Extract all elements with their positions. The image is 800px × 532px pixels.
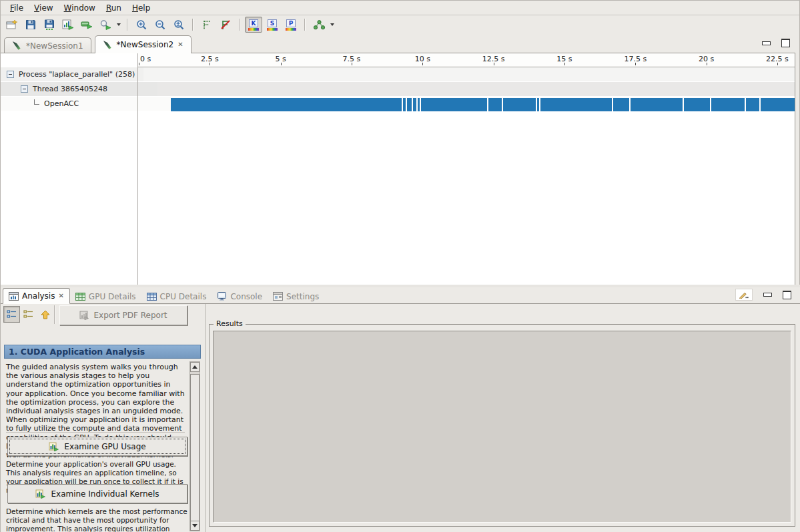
openacc-activity-segment[interactable] [631,98,683,111]
minimize-icon[interactable] [763,293,772,297]
topology-icon[interactable] [310,17,328,33]
openacc-activity-segment[interactable] [418,98,420,111]
openacc-activity-segment[interactable] [138,98,402,111]
collapse-expander-icon[interactable] [7,71,14,78]
examine-gpu-usage-button[interactable]: Examine GPU Usage [7,437,187,456]
timeline-view: 0 s2.5 s5 s7.5 s10 s12.5 s15 s17.5 s20 s… [1,53,795,285]
tree-row-openacc[interactable]: OpenACC [1,97,171,111]
openacc-activity-segment[interactable] [540,98,612,111]
scroll-up-button[interactable] [190,362,199,372]
tab-console[interactable]: Console [212,289,268,303]
process-view-icon: P [285,19,297,31]
analysis-toolbar-separator [54,305,55,324]
menu-item-window[interactable]: Window [59,2,101,14]
tab-cpu-details[interactable]: CPU Details [141,289,212,303]
session-tab-newsession2[interactable]: *NewSession2 ✕ [95,35,191,53]
maximize-icon[interactable] [783,291,791,299]
tab-settings[interactable]: Settings [268,289,324,303]
openacc-activity-segment[interactable] [503,98,536,111]
tab-label: Analysis [22,291,55,301]
bottom-panel: Analysis ✕ GPU Details CPU Details Conso… [1,287,800,532]
save-icon[interactable] [22,17,39,33]
openacc-activity-segment[interactable] [761,98,795,111]
analysis-pane: Export PDF Report 1. CUDA Application An… [1,304,206,532]
openacc-activity-segment[interactable] [711,98,745,111]
tree-timeline-divider[interactable] [137,53,138,285]
results-label: Results [214,319,246,328]
promote-icon[interactable] [37,306,53,323]
topology-dropdown-caret[interactable] [330,23,334,26]
tree-row-thread[interactable]: Thread 3865405248 [1,82,157,97]
openacc-activity-segment[interactable] [537,98,539,111]
scroll-down-button[interactable] [190,521,199,531]
openacc-activity-segment[interactable] [488,98,502,111]
analysis-scrollbar[interactable] [189,361,200,531]
export-pdf-report-button[interactable]: Export PDF Report [59,305,187,325]
process-track-row[interactable] [138,67,795,82]
menu-bar: FileViewWindowRunHelp [1,1,799,15]
zoom-fit-icon[interactable] [170,17,187,33]
run-segment-icon[interactable] [78,17,95,33]
openacc-activity-segment[interactable] [421,98,487,111]
menu-item-help[interactable]: Help [127,2,155,14]
top-pane-window-buttons [762,39,790,47]
tab-gpu-details[interactable]: GPU Details [70,289,141,303]
tree-row-label: Process "laplace_parallel" (258) [19,70,135,79]
process-view-toggle[interactable]: P [282,17,300,33]
cpu-details-icon [147,293,157,301]
openacc-activity-segment[interactable] [684,98,710,111]
unguided-view-icon[interactable] [20,306,37,323]
bottom-panel-window-buttons [735,289,791,301]
tab-label: CPU Details [160,292,207,301]
openacc-activity-segment[interactable] [613,98,629,111]
analysis-section-title: 1. CUDA Application Analysis [9,347,145,357]
toolbar-separator [127,19,128,31]
export-pdf-report-label: Export PDF Report [93,311,167,320]
menu-item-view[interactable]: View [29,2,58,14]
session-tab-label: *NewSession1 [26,41,83,51]
menu-item-file[interactable]: File [5,2,29,14]
zoom-in-icon[interactable] [133,17,150,33]
kernel-view-toggle[interactable]: K [245,17,262,33]
close-icon[interactable]: ✕ [58,293,63,299]
save-as-icon[interactable] [41,17,58,33]
session-icon [103,40,113,50]
openacc-activity-segment[interactable] [413,98,416,111]
guided-view-icon[interactable] [3,306,20,323]
toolbar-separator [304,19,306,31]
settings-icon [273,292,283,301]
nvvp-window: FileViewWindowRunHelp [0,0,800,532]
zoom-source-icon[interactable] [97,17,114,33]
main-toolbar: K S P [1,15,799,34]
examine-individual-kernels-button[interactable]: Examine Individual Kernels [7,484,187,503]
scrollbar-thumb[interactable] [190,374,199,522]
timeline-chart-icon[interactable] [59,17,77,33]
thread-track-row[interactable] [138,82,795,97]
maximize-icon[interactable] [781,39,790,47]
menu-item-run[interactable]: Run [101,2,127,14]
analysis-section-header: 1. CUDA Application Analysis [4,345,201,359]
zoom-source-dropdown-caret[interactable] [117,23,121,26]
session-tab-newsession1[interactable]: *NewSession1 [4,37,91,53]
zoom-out-icon[interactable] [151,17,169,33]
openacc-activity-segment[interactable] [746,98,759,111]
analysis-tab-icon [9,292,19,301]
bar-chart-icon [35,489,45,499]
collapse-expander-icon[interactable] [21,85,28,93]
tab-analysis[interactable]: Analysis ✕ [3,288,70,304]
view-menu-icon[interactable] [735,289,753,301]
session-tab-bar: *NewSession1 *NewSession2 ✕ [1,34,799,53]
toolbar-separator [239,19,240,31]
tab-label: Settings [286,292,319,301]
examine-gpu-usage-label: Examine GPU Usage [64,442,145,451]
close-icon[interactable]: ✕ [177,41,183,48]
openacc-activity-segment[interactable] [407,98,412,111]
openacc-activity-segment[interactable] [403,98,406,111]
tree-row-process[interactable]: Process "laplace_parallel" (258) [1,67,143,82]
export-pdf-icon [79,311,89,320]
new-session-icon[interactable] [3,17,21,33]
marker-icon[interactable] [198,17,216,33]
flag-icon[interactable] [217,17,234,33]
stream-view-toggle[interactable]: S [264,17,281,33]
minimize-icon[interactable] [762,41,771,45]
